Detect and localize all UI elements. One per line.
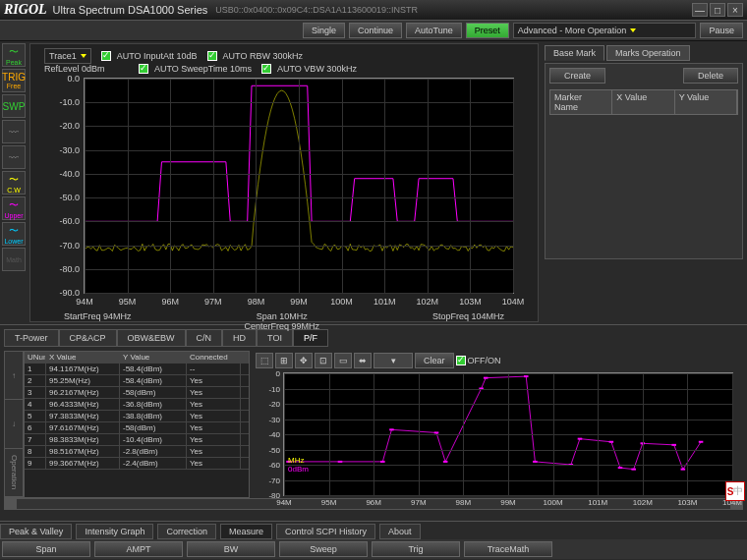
table-row[interactable]: 295.25M(Hz)-58.4(dBm)Yes [25, 375, 249, 387]
table-row[interactable]: 597.3833M(Hz)-38.8(dBm)Yes [25, 411, 249, 422]
footer-btn-ampt[interactable]: AMPT [94, 541, 183, 557]
tool-6[interactable]: ⬌ [354, 353, 372, 368]
table-row[interactable]: 898.5167M(Hz)-2.8(dBm)Yes [25, 446, 249, 458]
single-button[interactable]: Single [303, 23, 345, 38]
footer-tab-0[interactable]: Peak & Valley [0, 524, 72, 539]
y-tick: -80.0 [45, 264, 80, 274]
auto-rbw-label: AUTO RBW 300kHz [223, 51, 303, 61]
continue-button[interactable]: Continue [349, 23, 402, 38]
auto-rbw-checkbox[interactable] [207, 51, 217, 61]
chevron-down-icon [81, 54, 86, 58]
sidebar-btn-5[interactable]: 〜C.W [2, 171, 26, 195]
mini-x-tick: 101M [588, 498, 607, 507]
spectrum-chart-canvas[interactable]: 0.0-10.0-20.0-30.0-40.0-50.0-60.0-70.0-8… [84, 78, 514, 294]
mini-y-tick: -50 [257, 445, 280, 454]
mini-x-tick: 98M [456, 498, 472, 507]
tool-1[interactable]: ⬚ [256, 353, 273, 368]
table-row[interactable]: 496.4333M(Hz)-36.8(dBm)Yes [25, 399, 249, 411]
y-tick: -10.0 [45, 97, 80, 107]
tool-5[interactable]: ▭ [334, 353, 352, 368]
create-marker-button[interactable]: Create [549, 68, 605, 84]
tab-base-mark[interactable]: Base Mark [545, 45, 604, 61]
footer-btn-span[interactable]: Span [2, 541, 90, 557]
footer-tabs: Peak & ValleyIntensity GraphCorrectionMe… [0, 521, 747, 539]
operation-sidebar: ↑ ↓ Operation [4, 351, 24, 498]
sidebar-btn-4[interactable]: 〰 [2, 145, 26, 169]
table-row[interactable]: 999.3667M(Hz)-2.4(dBm)Yes [25, 458, 249, 470]
tab-marks-operation[interactable]: Marks Operation [606, 45, 690, 61]
move-down-button[interactable]: ↓ [5, 400, 23, 448]
svg-rect-2 [380, 461, 385, 463]
mini-x-tick: 96M [366, 498, 381, 507]
advanced-label: Advanced - More Operation [518, 26, 627, 35]
x-tick: 102M [417, 297, 439, 307]
scroll-left-button[interactable] [5, 499, 17, 509]
svg-rect-9 [533, 461, 538, 463]
sidebar-btn-3[interactable]: 〰 [2, 120, 26, 143]
delete-marker-button[interactable]: Delete [683, 68, 738, 84]
footer-btn-sweep[interactable]: Sweep [279, 541, 368, 557]
table-row[interactable]: 697.6167M(Hz)-58(dBm)Yes [25, 422, 249, 434]
trace-dropdown[interactable]: Trace1 [44, 48, 91, 64]
sidebar-btn-6[interactable]: 〜Upper [2, 196, 26, 220]
table-row[interactable]: 798.3833M(Hz)-10.4(dBm)Yes [25, 434, 249, 446]
mini-y-tick: -30 [257, 415, 280, 423]
footer-tab-3[interactable]: Measure [220, 524, 272, 539]
svg-rect-1 [338, 461, 343, 463]
marker-table-header: Marker Name X Value Y Value [549, 89, 738, 115]
svg-rect-14 [631, 469, 636, 471]
clear-button[interactable]: Clear [415, 353, 454, 368]
svg-rect-3 [389, 428, 394, 430]
minimize-button[interactable]: — [692, 3, 708, 17]
ime-badge[interactable]: S中 [725, 481, 745, 501]
mini-chart-canvas[interactable]: MHz 0dBm 0-10-20-30-40-50-60-70-8094M95M… [283, 372, 733, 496]
tool-2[interactable]: ⊞ [275, 353, 293, 368]
sidebar-btn-2[interactable]: SWP [2, 94, 26, 118]
pause-button[interactable]: Pause [700, 23, 743, 38]
offon-checkbox[interactable] [456, 356, 466, 365]
mini-x-tick: 99M [500, 498, 516, 507]
close-button[interactable]: × [727, 3, 743, 17]
autotune-button[interactable]: AutoTune [406, 23, 462, 38]
footer-tab-2[interactable]: Correction [157, 524, 216, 539]
sidebar-btn-0[interactable]: 〜Peak [2, 43, 26, 67]
stop-freq-label: StopFreq 104MHz [432, 311, 504, 331]
footer-btn-trig[interactable]: Trig [372, 541, 460, 557]
data-table[interactable]: UNumX ValueY ValueConnected194.1167M(Hz)… [24, 351, 250, 498]
advanced-dropdown[interactable]: Advanced - More Operation [513, 23, 697, 38]
sidebar-btn-8[interactable]: Math [2, 248, 26, 271]
trace-label: Trace1 [49, 51, 77, 61]
tool-dropdown[interactable]: ▾ [374, 353, 413, 368]
footer-tab-1[interactable]: Intensity Graph [76, 524, 153, 539]
auto-inputatt-checkbox[interactable] [101, 51, 111, 61]
y-tick: 0.0 [45, 74, 80, 84]
table-row[interactable]: 396.2167M(Hz)-58(dBm)Yes [25, 387, 249, 399]
maximize-button[interactable]: □ [710, 3, 725, 17]
footer-btn-tracemath[interactable]: TraceMath [464, 541, 552, 557]
legend-dbm: 0dBm [288, 465, 309, 474]
table-header: Connected [187, 352, 241, 363]
footer-btn-bw[interactable]: BW [187, 541, 275, 557]
product-name: Ultra Spectrum DSA1000 Series [53, 4, 208, 16]
move-up-button[interactable]: ↑ [5, 352, 23, 400]
auto-vbw-checkbox[interactable] [261, 64, 271, 74]
top-toolbar: Single Continue AutoTune Preset Advanced… [0, 20, 747, 41]
auto-sweeptime-checkbox[interactable] [139, 64, 148, 74]
tool-4[interactable]: ⊡ [315, 353, 332, 368]
main-area: 〜PeakTRIGFreeSWP〰〰〜C.W〜Upper〜LowerMath T… [0, 41, 747, 324]
sidebar-btn-7[interactable]: 〜Lower [2, 222, 26, 246]
mini-x-tick: 97M [411, 498, 427, 507]
preset-button[interactable]: Preset [466, 23, 509, 38]
footer-tab-5[interactable]: About [379, 524, 421, 539]
sidebar-btn-1[interactable]: TRIGFree [2, 69, 26, 92]
tool-3[interactable]: ✥ [295, 353, 313, 368]
center-freq-label: CenterFreq 99MHz [244, 321, 319, 331]
marker-col-name: Marker Name [550, 90, 612, 114]
auto-sweeptime-label: AUTO SweepTime 10ms [154, 64, 252, 74]
mini-y-tick: -10 [257, 384, 280, 393]
table-row[interactable]: 194.1167M(Hz)-58.4(dBm)-- [25, 364, 249, 375]
footer-tab-4[interactable]: Control SCPI History [276, 524, 375, 539]
operation-label[interactable]: Operation [5, 449, 23, 497]
chevron-down-icon [630, 28, 636, 32]
usb-address: USB0::0x0400::0x09C4::DSA1A113600019::IN… [215, 5, 418, 15]
